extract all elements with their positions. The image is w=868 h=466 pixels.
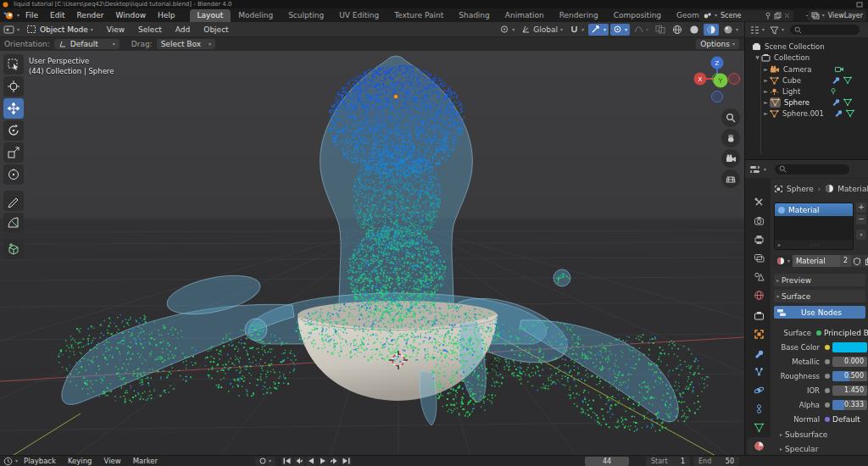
workspace-tab[interactable]: Texture Paint (387, 9, 451, 22)
tab-collection[interactable] (747, 307, 771, 325)
slot-specials-button[interactable]: ▾ (856, 230, 866, 240)
remove-slot-button[interactable]: − (856, 214, 866, 225)
menu-item[interactable]: Render (71, 8, 110, 22)
snap-target-button[interactable]: ▾ (588, 24, 609, 36)
timeline-editor-icon[interactable] (3, 457, 13, 466)
orientation-dropdown[interactable]: Default ▾ (54, 39, 120, 49)
orthographic-toggle-button[interactable] (721, 169, 740, 188)
menu-item[interactable]: Help (152, 8, 181, 22)
camera-data-icon[interactable] (835, 65, 844, 73)
surface-field[interactable]: Surface Principled B (745, 326, 868, 339)
transform-orientation-dropdown[interactable]: Global▾ (519, 24, 565, 36)
tab-world[interactable] (747, 286, 771, 304)
snapping-button[interactable]: ▾ (567, 24, 587, 36)
frame-end-field[interactable]: End50 (693, 457, 739, 466)
ior-slider[interactable]: 1.450 (832, 386, 867, 396)
shading-wireframe-button[interactable] (670, 24, 685, 36)
scene-selector[interactable]: ▾ Scene (699, 10, 793, 21)
select-box-tool[interactable] (3, 54, 24, 75)
close-icon[interactable] (784, 13, 790, 19)
pin-icon[interactable] (765, 12, 771, 19)
shading-solid-button[interactable] (687, 24, 702, 36)
material-name-field[interactable]: Material (793, 255, 840, 267)
rotate-tool[interactable] (3, 120, 24, 141)
fake-user-shield-button[interactable] (851, 255, 862, 267)
workspace-tab[interactable]: Compositing (606, 9, 669, 22)
tab-output[interactable] (747, 230, 771, 248)
jump-to-end-button[interactable] (341, 457, 352, 466)
camera-view-button[interactable] (721, 149, 740, 168)
roughness-slider[interactable]: 0.500 (832, 371, 867, 381)
drag-dropdown[interactable]: Select Box ▾ (157, 39, 215, 49)
viewport-menu-item[interactable]: Select (131, 25, 169, 34)
mesh-data-icon[interactable] (843, 98, 852, 106)
workspace-tab[interactable]: Sculpting (281, 9, 331, 22)
metallic-field[interactable]: Metallic 0.000 (745, 355, 868, 368)
next-keyframe-button[interactable] (329, 457, 340, 466)
viewport-menu-item[interactable]: View (100, 25, 131, 34)
timeline-menu-item[interactable]: Playback (18, 457, 62, 465)
normal-field[interactable]: Normal Default (745, 413, 868, 425)
material-slot-selected[interactable]: Material (775, 203, 853, 216)
axis-z-neg-handle[interactable] (712, 92, 723, 103)
roughness-field[interactable]: Roughness 0.500 (745, 369, 868, 382)
workspace-tab[interactable]: Animation (498, 9, 552, 22)
play-reverse-button[interactable] (305, 457, 316, 466)
timeline-menu-item[interactable]: Keying (62, 457, 98, 465)
workspace-tab[interactable]: Shading (451, 9, 498, 22)
modifier-wrench-icon[interactable] (832, 76, 840, 84)
outliner-row-scene-collection[interactable]: Scene Collection (752, 41, 825, 52)
outliner-row-sphere001[interactable]: ► Sphere.001 (762, 108, 854, 119)
auto-keying-button[interactable]: ▾ (255, 457, 275, 466)
properties-editor-icon[interactable] (749, 164, 761, 175)
move-tool[interactable] (3, 98, 24, 119)
outliner-row-camera[interactable]: ► Camera (762, 64, 844, 75)
axis-x-neg-handle[interactable] (729, 74, 740, 85)
workspace-tab[interactable]: Layout (190, 9, 231, 22)
view-layer-selector[interactable]: ▾ ViewLayer (808, 10, 866, 21)
list-filter-arrow-icon[interactable]: ▸ (778, 241, 781, 247)
expand-arrow-icon[interactable]: ► (762, 110, 770, 116)
cursor-tool[interactable] (3, 76, 24, 97)
blender-logo-icon[interactable] (3, 10, 14, 20)
subsurface-panel-header[interactable]: ▸Subsurface (777, 429, 827, 440)
pivot-point-button[interactable]: ▾ (497, 24, 517, 36)
tab-scene[interactable] (747, 268, 771, 286)
expand-arrow-icon[interactable]: ► (762, 88, 770, 94)
ior-field[interactable]: IOR 1.450 (745, 384, 868, 397)
outliner-row-light[interactable]: ► Light (762, 86, 837, 97)
metallic-slider[interactable]: 0.000 (832, 357, 867, 367)
proportional-editing-button[interactable]: ▾ (610, 24, 630, 36)
expand-arrow-icon[interactable]: ► (762, 99, 770, 105)
tab-render[interactable] (747, 212, 771, 230)
outliner-row-collection[interactable]: ▼ Collection (754, 52, 810, 63)
breadcrumb-object[interactable]: Sphere (787, 185, 814, 193)
outliner-row-cube[interactable]: ► Cube (762, 75, 852, 86)
play-button[interactable] (317, 457, 328, 466)
outliner-display-mode-icon[interactable] (749, 25, 760, 35)
workspace-tab[interactable]: Rendering (552, 9, 606, 22)
viewport-3d[interactable]: User Perspective (44) Collection | Spher… (0, 51, 744, 455)
mesh-data-icon[interactable] (843, 76, 852, 84)
menu-item[interactable]: Edit (44, 8, 70, 22)
add-slot-button[interactable]: + (856, 202, 866, 213)
navigation-gizmo[interactable]: Z X Y (693, 56, 743, 107)
transform-tool[interactable] (3, 164, 24, 185)
mode-selector[interactable]: Object Mode (40, 25, 88, 34)
prev-keyframe-button[interactable] (293, 457, 304, 466)
light-data-icon[interactable] (829, 87, 837, 95)
outliner-row-sphere[interactable]: ► Sphere (762, 97, 852, 108)
proportional-falloff-button[interactable]: ▾ (632, 24, 651, 36)
mesh-data-icon[interactable] (846, 109, 854, 117)
pan-button[interactable] (721, 129, 740, 147)
alpha-slider[interactable]: 0.333 (832, 400, 867, 410)
users-count-button[interactable]: 2 (840, 255, 851, 267)
options-button[interactable]: Options▾ (696, 39, 739, 49)
shading-rendered-button[interactable]: ▾ (721, 24, 741, 36)
modifier-wrench-icon[interactable] (834, 109, 843, 117)
frame-start-field[interactable]: Start1 (646, 457, 690, 466)
expand-arrow-icon[interactable]: ► (762, 66, 770, 72)
tab-view-layer[interactable] (747, 249, 771, 267)
xray-toggle-button[interactable] (653, 24, 668, 36)
timeline-menu-item[interactable]: Marker (127, 457, 164, 465)
